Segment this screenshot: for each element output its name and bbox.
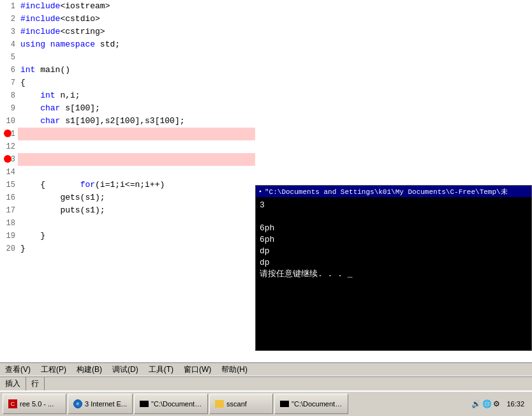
taskbar-btn-cmd1[interactable]: "C:\Documents... <box>134 394 208 414</box>
code-line-1: #include<iostream> <box>18 0 255 13</box>
code-line-12 <box>18 140 255 153</box>
line-numbers: 1 2 3 4 5 6 7 8 9 10 11 12 13 14 15 16 1… <box>0 0 18 255</box>
code-line-16: gets(s1); <box>18 191 255 204</box>
menu-item-window[interactable]: 窗口(W) <box>179 363 216 376</box>
code-line-5 <box>18 51 255 64</box>
cmd-icon <box>140 401 149 407</box>
cmd-icon-small: ▪ <box>258 188 262 195</box>
menu-item-project[interactable]: 工程(P) <box>36 363 71 376</box>
code-line-10: char s1[100],s2[100],s3[100]; <box>18 115 255 128</box>
code-content: #include<iostream> #include<cstdio> #inc… <box>18 0 255 364</box>
cmd2-icon <box>280 401 289 407</box>
code-line-11: scanf("%d",&n); <box>18 128 255 140</box>
status-bar: 插入 行 <box>0 376 532 390</box>
taskbar-right: 🔊 🌐 ⚙ 16:32 <box>471 399 529 408</box>
terminal-line-6: dp <box>260 257 528 269</box>
code-line-19: } <box>18 230 255 242</box>
terminal-line-1: 3 <box>260 200 528 211</box>
taskbar-btn-ie[interactable]: e 3 Internet E... <box>68 394 133 414</box>
menu-item-tools[interactable]: 工具(T) <box>144 363 179 376</box>
menu-item-build[interactable]: 构建(B) <box>71 363 107 376</box>
tray-extra-icon: ⚙ <box>493 399 500 408</box>
code-line-7: { <box>18 77 255 89</box>
taskbar-btn-cmd2[interactable]: "C:\Documents... <box>274 394 348 414</box>
taskbar: C ree 5.0 - ... e 3 Internet E... "C:\Do… <box>0 390 532 416</box>
taskbar-ie-label: 3 Internet E... <box>85 400 127 408</box>
taskbar-cmd1-label: "C:\Documents... <box>151 400 202 408</box>
terminal-line-3: 6ph <box>260 223 528 234</box>
editor-icon: C <box>8 399 17 408</box>
taskbar-folder-label: sscanf <box>226 400 247 408</box>
menu-item-help[interactable]: 帮助(H) <box>216 363 253 376</box>
code-line-20: } <box>18 242 255 255</box>
menu-item-debug[interactable]: 调试(D) <box>107 363 144 376</box>
clock: 16:32 <box>501 400 529 408</box>
code-line-13: for(i=1;i<=n;i++) <box>18 153 255 166</box>
taskbar-btn-editor[interactable]: C ree 5.0 - ... <box>3 394 66 414</box>
terminal-title: "C:\Documents and Settings\k01\My Docume… <box>265 187 508 197</box>
status-mode: 插入 <box>0 377 26 390</box>
code-line-9: char s[100]; <box>18 102 255 115</box>
terminal-line-2 <box>260 211 528 223</box>
taskbar-btn-folder[interactable]: sscanf <box>209 394 273 414</box>
menu-bar: 查看(V) 工程(P) 构建(B) 调试(D) 工具(T) 窗口(W) 帮助(H… <box>0 362 532 376</box>
terminal-titlebar: ▪ "C:\Documents and Settings\k01\My Docu… <box>256 186 531 197</box>
code-container[interactable]: 1 2 3 4 5 6 7 8 9 10 11 12 13 14 15 16 1… <box>0 0 255 364</box>
code-line-6: int main() <box>18 64 255 77</box>
terminal-line-7: 请按任意键继续. . . _ <box>260 269 528 280</box>
code-line-17: puts(s1); <box>18 204 255 217</box>
code-line-2: #include<cstdio> <box>18 13 255 26</box>
terminal-content: 3 6ph 6ph dp dp 请按任意键继续. . . _ <box>256 197 531 283</box>
code-line-8: int n,i; <box>18 89 255 102</box>
taskbar-editor-label: ree 5.0 - ... <box>20 400 54 408</box>
ie-icon: e <box>73 399 82 408</box>
terminal-window: ▪ "C:\Documents and Settings\k01\My Docu… <box>255 185 532 351</box>
folder-icon <box>215 400 224 408</box>
menu-item-view[interactable]: 查看(V) <box>0 363 36 376</box>
status-position: 行 <box>26 377 45 390</box>
terminal-line-4: 6ph <box>260 234 528 246</box>
code-line-15: { <box>18 179 255 191</box>
code-line-14 <box>18 166 255 179</box>
editor-area: 1 2 3 4 5 6 7 8 9 10 11 12 13 14 15 16 1… <box>0 0 532 364</box>
terminal-line-5: dp <box>260 246 528 257</box>
code-line-3: #include<cstring> <box>18 26 255 38</box>
code-line-18 <box>18 217 255 230</box>
tray-sound-icon: 🔊 <box>471 399 481 408</box>
taskbar-cmd2-label: "C:\Documents... <box>292 400 343 408</box>
code-line-4: using namespace std; <box>18 38 255 51</box>
tray-network-icon: 🌐 <box>482 399 492 408</box>
